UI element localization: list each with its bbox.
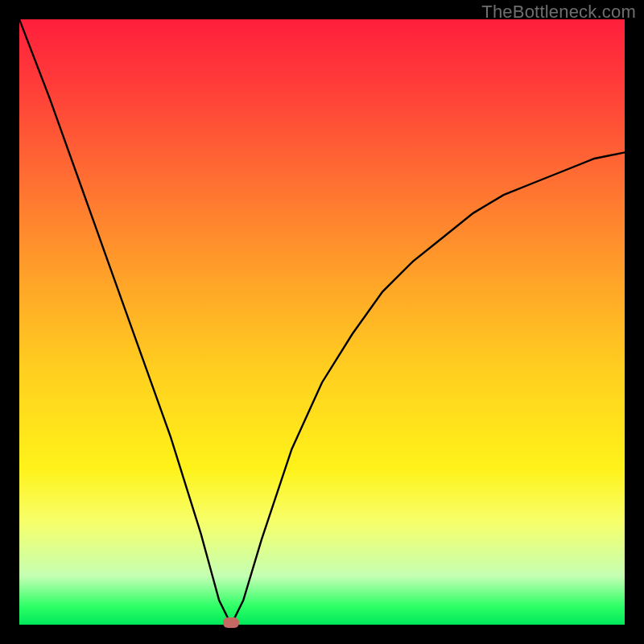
bottleneck-curve: [19, 19, 625, 625]
optimum-marker: [223, 617, 239, 628]
watermark-text: TheBottleneck.com: [481, 2, 636, 23]
chart-area: [19, 19, 625, 625]
